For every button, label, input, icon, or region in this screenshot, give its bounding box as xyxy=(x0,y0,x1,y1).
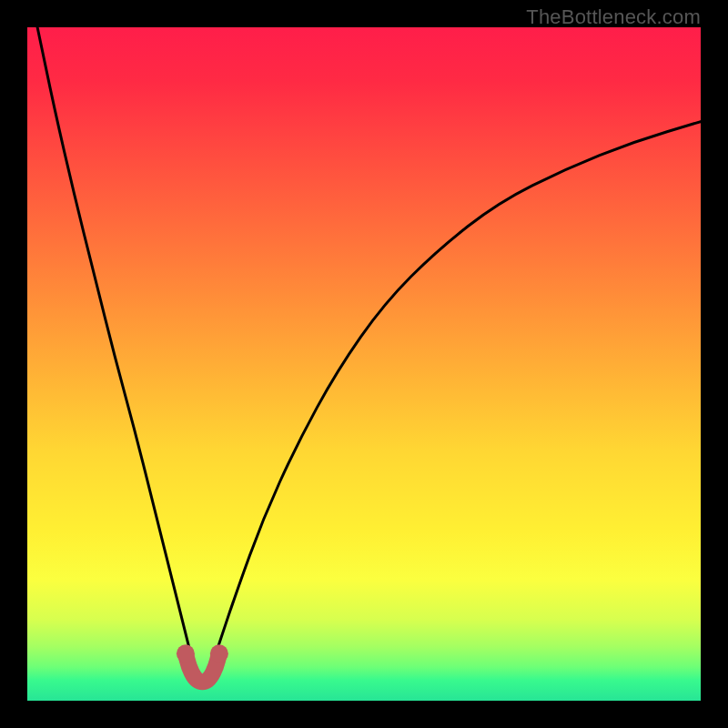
bottleneck-curve xyxy=(37,27,701,679)
watermark-text: TheBottleneck.com xyxy=(526,5,701,29)
curve-layer xyxy=(27,27,701,701)
chart-frame: TheBottleneck.com xyxy=(0,0,728,728)
plot-area xyxy=(27,27,701,701)
trough-endpoint-left xyxy=(177,644,195,662)
trough-endpoint-right xyxy=(210,644,228,662)
